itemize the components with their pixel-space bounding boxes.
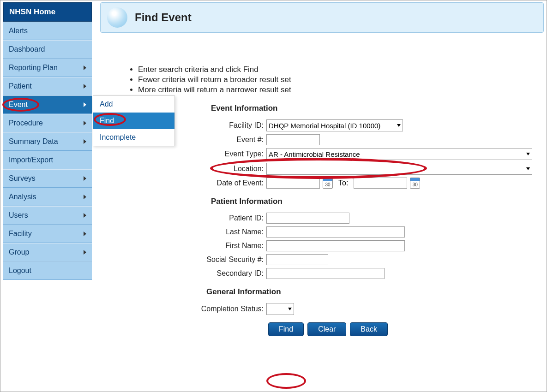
date-to-input[interactable] <box>354 178 407 189</box>
date-of-event-label: Date of Event: <box>100 179 266 187</box>
sidebar-item-label: Group <box>9 248 29 256</box>
location-label: Location: <box>100 165 266 173</box>
sidebar-item-event[interactable]: Event <box>3 95 92 114</box>
ssn-input[interactable] <box>266 254 328 265</box>
event-submenu: AddFindIncomplete <box>93 95 175 146</box>
sidebar-item-label: Dashboard <box>9 45 45 53</box>
sidebar-home[interactable]: NHSN Home <box>3 2 92 22</box>
sidebar-item-summary-data[interactable]: Summary Data <box>3 132 92 151</box>
first-name-input[interactable] <box>266 240 405 251</box>
event-number-input[interactable] <box>266 134 320 145</box>
chevron-down-icon <box>526 167 530 170</box>
chevron-right-icon <box>84 65 86 70</box>
chevron-down-icon <box>397 124 401 127</box>
completion-status-select[interactable] <box>266 303 294 315</box>
chevron-right-icon <box>84 121 86 125</box>
sidebar-item-label: Surveys <box>9 174 36 183</box>
chevron-right-icon <box>84 195 86 199</box>
instruction-item: Enter search criteria and click Find <box>138 65 544 74</box>
page-header: Find Event <box>100 2 544 33</box>
sidebar-item-label: Procedure <box>9 119 43 127</box>
sidebar: NHSN Home AlertsDashboardReporting PlanP… <box>0 0 95 392</box>
event-type-label: Event Type: <box>100 150 266 158</box>
last-name-input[interactable] <box>266 226 405 238</box>
instruction-item: Fewer criteria will return a broader res… <box>138 75 544 84</box>
main-content: Find Event Enter search criteria and cli… <box>95 0 547 392</box>
chevron-right-icon <box>84 232 86 236</box>
event-type-value: AR - Antimicrobial Resistance <box>269 150 360 158</box>
location-select[interactable] <box>266 163 532 175</box>
sidebar-item-label: Event <box>9 101 28 109</box>
sidebar-item-logout[interactable]: Logout <box>3 261 92 280</box>
chevron-down-icon <box>288 308 292 310</box>
sidebar-item-group[interactable]: Group <box>3 243 92 261</box>
sidebar-item-label: Alerts <box>9 27 28 35</box>
instruction-item: More criteria will return a narrower res… <box>138 85 544 95</box>
patient-id-input[interactable] <box>266 213 349 224</box>
sidebar-item-label: Reporting Plan <box>9 64 58 72</box>
secondary-id-input[interactable] <box>266 268 385 279</box>
facility-id-select[interactable]: DHQP Memorial Hospital (ID 10000) <box>266 119 403 131</box>
sidebar-item-surveys[interactable]: Surveys <box>3 169 92 188</box>
back-button[interactable]: Back <box>350 322 388 336</box>
find-event-icon <box>107 7 127 28</box>
section-general-info: General Information <box>206 287 544 297</box>
secondary-id-label: Secondary ID: <box>100 269 266 278</box>
last-name-label: Last Name: <box>100 228 266 236</box>
sidebar-item-analysis[interactable]: Analysis <box>3 188 92 206</box>
sidebar-item-label: Import/Export <box>9 156 53 164</box>
chevron-right-icon <box>84 176 86 181</box>
sidebar-item-patient[interactable]: Patient <box>3 77 92 95</box>
first-name-label: First Name: <box>100 242 266 250</box>
find-button[interactable]: Find <box>268 322 304 336</box>
page-title: Find Event <box>135 11 192 24</box>
event-type-select[interactable]: AR - Antimicrobial Resistance <box>266 148 532 160</box>
date-from-input[interactable] <box>266 178 320 189</box>
sidebar-item-label: Patient <box>9 82 32 90</box>
chevron-right-icon <box>84 250 86 255</box>
chevron-right-icon <box>84 213 86 218</box>
sidebar-item-alerts[interactable]: Alerts <box>3 22 92 40</box>
sidebar-item-facility[interactable]: Facility <box>3 225 92 243</box>
sidebar-item-label: Users <box>9 211 28 220</box>
chevron-down-icon <box>526 153 530 155</box>
completion-status-label: Completion Status: <box>100 305 266 313</box>
submenu-item-add[interactable]: Add <box>93 96 174 113</box>
sidebar-item-import-export[interactable]: Import/Export <box>3 151 92 169</box>
sidebar-item-procedure[interactable]: Procedure <box>3 114 92 132</box>
calendar-icon[interactable]: 30 <box>410 178 420 189</box>
ssn-label: Social Security #: <box>100 255 266 264</box>
sidebar-item-label: Logout <box>9 267 31 275</box>
section-event-info: Event Information <box>211 104 544 113</box>
date-to-label: To: <box>338 179 348 187</box>
instructions-list: Enter search criteria and click FindFewe… <box>125 65 544 95</box>
chevron-right-icon <box>84 102 86 107</box>
sidebar-item-label: Facility <box>9 230 32 238</box>
submenu-item-find[interactable]: Find <box>93 113 174 129</box>
chevron-right-icon <box>84 139 86 144</box>
facility-id-value: DHQP Memorial Hospital (ID 10000) <box>269 122 380 130</box>
clear-button[interactable]: Clear <box>307 322 346 336</box>
sidebar-item-label: Summary Data <box>9 137 58 146</box>
patient-id-label: Patient ID: <box>100 214 266 222</box>
submenu-item-incomplete[interactable]: Incomplete <box>93 129 174 146</box>
sidebar-item-dashboard[interactable]: Dashboard <box>3 40 92 59</box>
sidebar-item-label: Analysis <box>9 193 36 201</box>
calendar-icon[interactable]: 30 <box>323 178 333 189</box>
sidebar-item-reporting-plan[interactable]: Reporting Plan <box>3 59 92 77</box>
section-patient-info: Patient Information <box>211 197 544 206</box>
chevron-right-icon <box>84 84 86 89</box>
sidebar-item-users[interactable]: Users <box>3 206 92 225</box>
